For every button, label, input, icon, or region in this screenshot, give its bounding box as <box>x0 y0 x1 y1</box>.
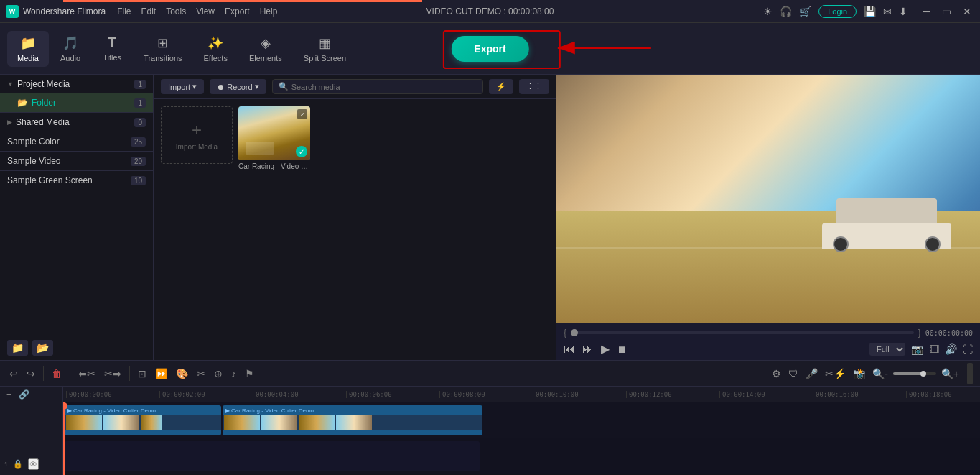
timeline-header-controls: + 🔗 <box>0 387 62 402</box>
clip-2-thumb-2 <box>261 415 297 430</box>
close-button[interactable]: ✕ <box>960 4 974 19</box>
toolbar-elements[interactable]: ◈ Elements <box>239 31 292 67</box>
effects-toggle-button[interactable]: 🛡 <box>786 366 801 382</box>
filter-button[interactable]: ⚡ <box>489 79 513 94</box>
mail-icon[interactable]: ✉ <box>883 6 892 17</box>
elements-icon: ◈ <box>261 35 271 51</box>
search-input[interactable] <box>291 83 477 91</box>
zoom-select[interactable]: Full <box>869 343 905 356</box>
timeline-left-controls: + 🔗 1 🔒 👁 <box>0 387 63 475</box>
toolbar-split-screen[interactable]: ▦ Split Screen <box>294 31 356 67</box>
open-folder-button[interactable]: 📂 <box>32 340 53 356</box>
sample-video-item[interactable]: Sample Video 20 <box>0 152 153 170</box>
media-item-0[interactable]: ⤢ ✓ Car Racing - Video Cuttl... <box>238 106 310 353</box>
menu-help[interactable]: Help <box>260 6 278 17</box>
link-button[interactable]: 🔗 <box>17 387 32 402</box>
play-button[interactable]: ▶ <box>601 342 610 356</box>
cart-icon[interactable]: 🛒 <box>799 6 811 17</box>
bottom-area: ↩ ↪ 🗑 ⬅✂ ✂➡ ⊡ ⏩ 🎨 ✂ ⊕ ♪ ⚑ ⚙ 🛡 🎤 ✂⚡ 📸 🔍- … <box>0 360 980 475</box>
clip-1[interactable]: ▶ Car Racing - Video Cutter Demo <box>65 405 221 435</box>
clip-2-thumb-1 <box>224 415 260 430</box>
zoom-slider[interactable] <box>893 372 936 375</box>
stabilize-button[interactable]: ⊕ <box>212 366 225 382</box>
media-grid: + Import Media ⤢ ✓ Car Racing - Video Cu… <box>154 99 556 360</box>
scrubber[interactable]: { } 00:00:00:00 <box>564 328 973 338</box>
track-lock-button[interactable]: 🔒 <box>11 457 25 471</box>
frame-back-button[interactable]: ⏭ <box>582 343 594 356</box>
filter-icon: ⚡ <box>496 82 506 91</box>
minimize-button[interactable]: ─ <box>920 4 933 19</box>
project-media-count: 1 <box>134 80 146 89</box>
import-media-tile[interactable]: + Import Media <box>161 106 233 164</box>
titlebar: W Wondershare Filmora File Edit Tools Vi… <box>0 0 980 23</box>
import-button[interactable]: Import ▾ <box>161 79 204 94</box>
clip-2[interactable]: ▶ Car Racing - Video Cutter Demo <box>223 405 482 435</box>
menu-tools[interactable]: Tools <box>166 6 186 17</box>
redo-button[interactable]: ↪ <box>24 366 37 382</box>
split-button[interactable]: ✂ <box>195 366 207 382</box>
shared-media-count: 0 <box>134 118 146 127</box>
scrubber-head[interactable] <box>571 329 578 336</box>
left-panel: ◀ ▼ Project Media 1 📂 Folder 1 <box>0 75 154 360</box>
ai-cut-button[interactable]: ✂⚡ <box>823 366 848 382</box>
zoom-plus-button[interactable]: 🔍+ <box>939 366 961 382</box>
right-edit-buttons: ⚙ 🛡 🎤 ✂⚡ 📸 🔍- 🔍+ <box>770 363 973 384</box>
export-area: Export <box>451 36 528 62</box>
add-track-button[interactable]: + <box>4 387 14 402</box>
maximize-button[interactable]: ▭ <box>939 4 954 19</box>
cut-right-button[interactable]: ✂➡ <box>102 366 123 382</box>
stop-button[interactable]: ⏹ <box>617 343 627 355</box>
toolbar-titles[interactable]: T Titles <box>92 31 132 66</box>
zoom-minus-button[interactable]: 🔍- <box>870 366 890 382</box>
track-visibility-button[interactable]: 👁 <box>28 458 39 470</box>
audio-detach-button[interactable]: ♪ <box>229 366 238 382</box>
record-button[interactable]: ⏺ Record ▾ <box>210 79 266 94</box>
save-icon[interactable]: 💾 <box>864 6 876 17</box>
snapshot-button[interactable]: 🎞 <box>929 343 939 355</box>
headphone-icon[interactable]: 🎧 <box>780 6 792 17</box>
step-back-button[interactable]: ⏮ <box>564 343 575 356</box>
volume-button[interactable]: 🔊 <box>945 343 957 355</box>
sample-green-screen-item[interactable]: Sample Green Screen 10 <box>0 171 153 190</box>
titlebar-right: ☀ 🎧 🛒 Login 💾 ✉ ⬇ ─ ▭ ✕ <box>763 4 974 19</box>
cut-left-button[interactable]: ⬅✂ <box>76 366 98 382</box>
zoom-slider-fill <box>893 372 922 375</box>
marker-button[interactable]: ⚑ <box>243 366 256 382</box>
sample-color-item[interactable]: Sample Color 25 <box>0 132 153 151</box>
export-button[interactable]: Export <box>451 36 528 62</box>
screenshot-button[interactable]: 📷 <box>911 343 923 355</box>
zoom-slider-head[interactable] <box>920 371 926 377</box>
toolbar-audio[interactable]: 🎵 Audio <box>50 31 90 67</box>
menu-file[interactable]: File <box>117 6 131 17</box>
bracket-left: { <box>564 328 566 338</box>
fullscreen-button[interactable]: ⛶ <box>963 343 973 355</box>
voice-button[interactable]: 🎤 <box>803 366 820 382</box>
download-icon[interactable]: ⬇ <box>899 6 907 17</box>
color-button[interactable]: 🎨 <box>174 366 190 382</box>
undo-button[interactable]: ↩ <box>7 366 20 382</box>
render-button[interactable]: ⚙ <box>770 366 783 382</box>
project-media-header[interactable]: ▼ Project Media 1 <box>0 75 153 93</box>
folder-actions: 📁 📂 <box>0 336 153 360</box>
app-name: Wondershare Filmora <box>23 6 106 17</box>
sample-video-count: 20 <box>131 157 146 166</box>
toolbar-transitions[interactable]: ⊞ Transitions <box>134 31 192 67</box>
toolbar-effects[interactable]: ✨ Effects <box>194 31 238 67</box>
shared-media-section: ▶ Shared Media 0 <box>0 113 153 132</box>
folder-item[interactable]: 📂 Folder 1 <box>0 93 153 112</box>
grid-view-button[interactable]: ⋮⋮ <box>519 79 549 94</box>
toolbar-media[interactable]: 📁 Media <box>7 31 49 67</box>
menu-view[interactable]: View <box>196 6 215 17</box>
menu-edit[interactable]: Edit <box>141 6 157 17</box>
menu-export[interactable]: Export <box>225 6 250 17</box>
timecode-2: 00:00:04:00 <box>253 391 346 398</box>
sun-icon[interactable]: ☀ <box>763 6 773 17</box>
crop-button[interactable]: ⊡ <box>136 366 149 382</box>
new-folder-button[interactable]: 📁 <box>7 340 28 356</box>
snapshot-btn[interactable]: 📸 <box>851 366 867 382</box>
delete-button[interactable]: 🗑 <box>50 366 64 382</box>
speed-button[interactable]: ⏩ <box>153 366 169 382</box>
scrubber-track[interactable] <box>571 331 914 334</box>
login-button[interactable]: Login <box>818 5 857 18</box>
shared-media-header[interactable]: ▶ Shared Media 0 <box>0 113 153 132</box>
